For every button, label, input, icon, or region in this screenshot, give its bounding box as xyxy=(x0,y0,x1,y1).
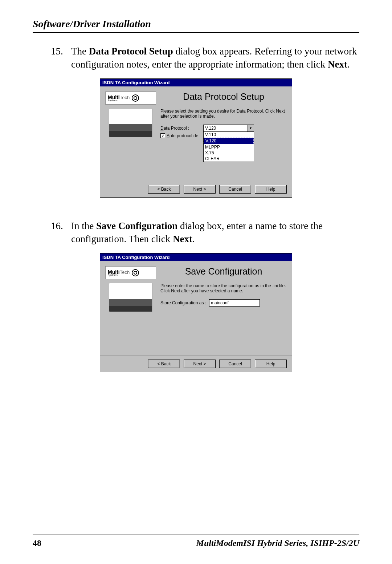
step-number: 15. xyxy=(51,45,71,71)
back-button[interactable]: < Back xyxy=(148,360,180,368)
cancel-button[interactable]: Cancel xyxy=(219,360,251,368)
t-bold: Data Protocol Setup xyxy=(89,46,173,57)
device-image xyxy=(109,108,152,137)
config-name-input[interactable] xyxy=(209,299,260,307)
step-16: 16. In the Save Configuration dialog box… xyxy=(33,219,359,246)
data-protocol-combo[interactable]: V.120 ▼ xyxy=(203,125,254,132)
step-body: In the Save Configuration dialog box, en… xyxy=(71,219,359,246)
bullseye-icon xyxy=(132,269,139,276)
auto-protocol-checkbox[interactable]: ✓ xyxy=(160,133,165,138)
dropdown-item[interactable]: X.75 xyxy=(204,150,254,156)
t: . xyxy=(347,59,350,70)
t-bold: Save Configuration xyxy=(96,220,177,231)
step-15: 15. The Data Protocol Setup dialog box a… xyxy=(33,45,359,71)
data-protocol-label: Data Protocol : xyxy=(160,126,200,131)
dialog-button-row: < Back Next > Cancel Help xyxy=(100,356,292,372)
save-configuration-dialog: ISDN TA Configuration Wizard MultiTech S… xyxy=(100,253,292,372)
logo-tech: Tech xyxy=(120,269,130,275)
bullseye-icon xyxy=(132,94,139,102)
auto-protocol-label: Auto protocol de xyxy=(167,133,198,138)
store-config-label: Store Configuration as : xyxy=(160,300,206,305)
dropdown-item[interactable]: V.110 xyxy=(204,132,254,138)
cancel-button[interactable]: Cancel xyxy=(219,185,251,194)
t-bold: Next xyxy=(328,59,347,70)
multitech-logo: MultiTech Systems xyxy=(105,266,156,279)
help-button[interactable]: Help xyxy=(255,185,287,194)
page-footer: 48 MultiModemISI Hybrid Series, ISIHP-2S… xyxy=(33,535,359,548)
instruction-text: Please select the setting you desire for… xyxy=(160,109,287,119)
t: . xyxy=(192,234,195,244)
footer-title: MultiModemISI Hybrid Series, ISIHP-2S/2U xyxy=(196,538,359,548)
device-image xyxy=(109,283,152,312)
step-number: 16. xyxy=(51,219,71,246)
next-button[interactable]: Next > xyxy=(184,185,216,194)
instruction-text: Please enter the name to store the confi… xyxy=(160,283,287,293)
step-body: The Data Protocol Setup dialog box appea… xyxy=(71,45,359,71)
chevron-down-icon[interactable]: ▼ xyxy=(247,125,254,131)
next-button[interactable]: Next > xyxy=(184,360,216,368)
panel-title: Save Configuration xyxy=(160,266,287,277)
back-button[interactable]: < Back xyxy=(148,185,180,194)
dropdown-item-selected[interactable]: V.120 xyxy=(204,138,254,144)
dropdown-item[interactable]: CLEAR xyxy=(204,156,254,162)
t-bold: Next xyxy=(173,234,192,244)
page-header: Software/Driver Installation xyxy=(33,18,359,33)
protocol-dropdown[interactable]: V.110 V.120 MLPPP X.75 CLEAR xyxy=(203,131,254,162)
help-button[interactable]: Help xyxy=(255,360,287,368)
panel-title: Data Protocol Setup xyxy=(160,92,287,102)
data-protocol-dialog: ISDN TA Configuration Wizard MultiTech S… xyxy=(100,78,292,198)
dialog-titlebar: ISDN TA Configuration Wizard xyxy=(100,79,292,86)
dialog-titlebar: ISDN TA Configuration Wizard xyxy=(100,253,292,261)
dialog-button-row: < Back Next > Cancel Help xyxy=(100,181,292,197)
t: The xyxy=(71,46,89,57)
t: In the xyxy=(71,220,96,231)
combo-value: V.120 xyxy=(204,126,247,131)
multitech-logo: MultiTech Systems xyxy=(105,92,156,105)
logo-tech: Tech xyxy=(120,95,130,100)
page-number: 48 xyxy=(33,538,41,548)
dropdown-item[interactable]: MLPPP xyxy=(204,144,254,150)
